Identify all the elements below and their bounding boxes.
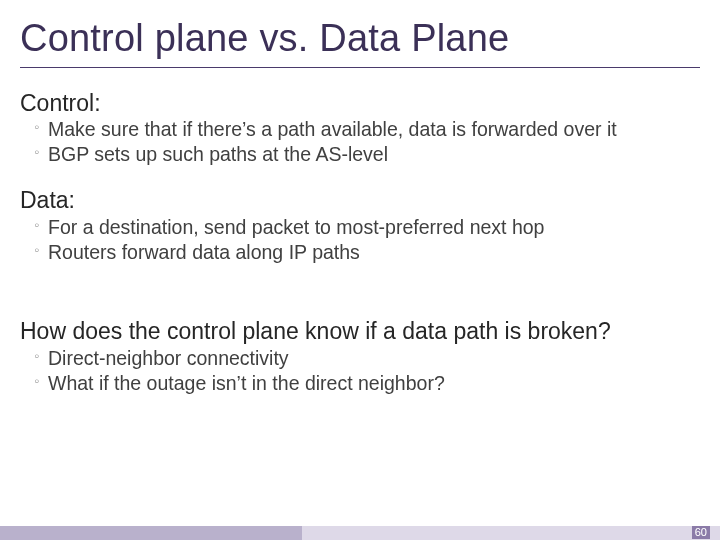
bullet-list-data: For a destination, send packet to most-p… bbox=[20, 215, 700, 265]
bullet-list-control: Make sure that if there’s a path availab… bbox=[20, 117, 700, 167]
section-heading-control: Control: bbox=[20, 90, 700, 116]
page-number: 60 bbox=[692, 526, 710, 539]
section-heading-data: Data: bbox=[20, 187, 700, 213]
list-item: Make sure that if there’s a path availab… bbox=[34, 117, 700, 142]
list-item: What if the outage isn’t in the direct n… bbox=[34, 371, 700, 396]
slide-title: Control plane vs. Data Plane bbox=[20, 18, 700, 68]
list-item: Routers forward data along IP paths bbox=[34, 240, 700, 265]
list-item: BGP sets up such paths at the AS-level bbox=[34, 142, 700, 167]
footer-bar bbox=[0, 526, 720, 540]
section-heading-question: How does the control plane know if a dat… bbox=[20, 318, 700, 344]
list-item: For a destination, send packet to most-p… bbox=[34, 215, 700, 240]
list-item: Direct-neighbor connectivity bbox=[34, 346, 700, 371]
slide: Control plane vs. Data Plane Control: Ma… bbox=[0, 0, 720, 540]
bullet-list-question: Direct-neighbor connectivity What if the… bbox=[20, 346, 700, 396]
